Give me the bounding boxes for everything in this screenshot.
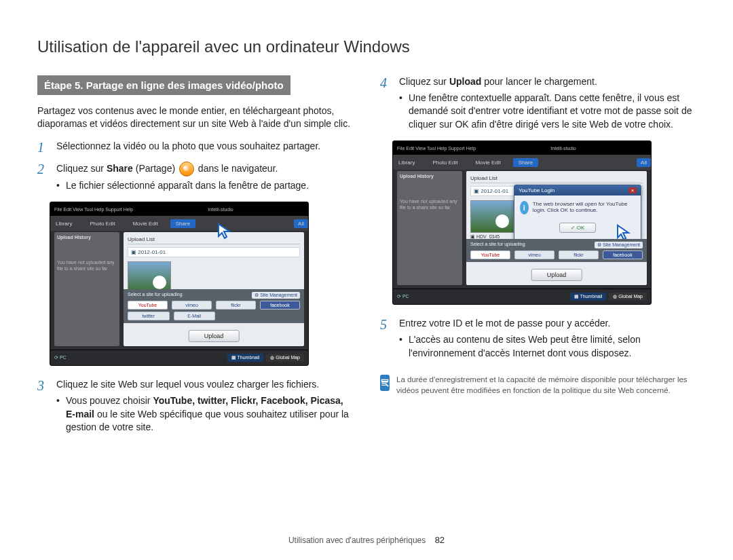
upload-button-2[interactable]: Upload [531,269,582,281]
site-vimeo[interactable]: vimeo [172,301,212,310]
left-column: Étape 5. Partage en ligne des images vid… [37,75,353,444]
info-icon: i [520,201,529,214]
share-word: Share [107,162,133,173]
intro-text: Partagez vos contenus avec le monde enti… [37,105,353,130]
view-thumbnail[interactable]: ▦ Thumbnail [227,354,264,362]
note-icon [380,375,390,391]
scr-bottom-bar: ⟳ PC ▦ Thumbnail ◍ Global Map [50,350,308,365]
scr2-menubar: File Edit View Tool Help Support HelpInt… [393,141,651,155]
step-2-sub: Le fichier sélectionné apparaît dans la … [56,179,309,193]
right-column: 4 Cliquez sur Upload pour lancer le char… [380,75,696,444]
scr2-left-panel: Upload History You have not uploaded any… [397,171,462,285]
footer-section: Utilisation avec d'autres périphériques [288,536,426,545]
note-text: La durée d'enregistrement et la capacité… [396,375,696,396]
step-number-1: 1 [37,140,48,155]
upload-history-note: You have not uploaded any file to a shar… [57,260,117,272]
scr-app-title: Intelli-studio [208,207,233,212]
tab-all[interactable]: All [294,219,308,228]
dialog-close-button[interactable]: × [628,187,637,193]
scr2-right-panel: Upload List ▣ 2012-01-01 ▣ HDV_0345 YouT… [466,171,647,285]
step-5-text: Entrez votre ID et le mot de passe pour … [399,318,610,329]
tab-movie-edit[interactable]: Movie Edit [127,219,163,228]
step-3-sub: Vous pouvez choisir YouTube, twitter, Fl… [56,394,353,434]
scr-left-panel: Upload History You have not uploaded any… [54,232,119,346]
step-number-5: 5 [380,317,391,362]
page-title: Utilisation de l'appareil avec un ordina… [37,37,696,56]
sites-panel-2: Select a site for uploading⚙ Site Manage… [466,239,647,262]
scr-right-panel: Upload List ▣ 2012-01-01 ▣ HDV_0345 Sele… [124,232,304,346]
login-dialog: YouTube Login× i The web browser will op… [514,185,641,240]
upload-button[interactable]: Upload [189,330,240,342]
upload-word: Upload [449,76,481,87]
site-email[interactable]: E-Mail [174,312,216,320]
step-5-sub: L'accès au contenu de sites Web peut êtr… [399,333,696,360]
upload-list-label: Upload List [128,236,155,242]
site-management-button[interactable]: ⚙ Site Management [252,292,300,299]
tab-photo-edit[interactable]: Photo Edit [84,219,120,228]
page-footer: Utilisation avec d'autres périphériques … [0,535,733,545]
site-twitter[interactable]: twitter [128,312,170,320]
scr-menubar: File Edit View Tool Help Support HelpInt… [50,202,308,216]
note-box: La durée d'enregistrement et la capacité… [380,375,696,396]
step-number-2: 2 [37,162,48,195]
step-banner: Étape 5. Partage en ligne des images vid… [37,75,290,95]
scr2-bottom-bar: ⟳ PC ▦ Thumbnail ◍ Global Map [393,288,651,304]
pc-label: ⟳ PC [54,355,67,360]
site-youtube[interactable]: YouTube [128,301,168,310]
dialog-message: The web browser will open for YouTube lo… [533,201,635,214]
video-thumbnail-2[interactable] [470,200,514,233]
step-2-pre: Cliquez sur [56,162,107,173]
tab-share[interactable]: Share [170,219,195,228]
step-4-sub: Une fenêtre contextuelle apparaît. Dans … [399,92,696,132]
step-4-post: pour lancer le chargement. [481,76,597,87]
screenshot-share-window: File Edit View Tool Help Support HelpInt… [50,202,309,366]
date-value: 2012-01-01 [138,249,166,255]
ok-button[interactable]: ✓ OK [559,223,597,233]
site-management-button-2[interactable]: ⚙ Site Management [595,242,643,248]
sites-header: Select a site for uploading [128,292,183,299]
scr2-tabs: Library Photo Edit Movie Edit Share All [393,155,651,170]
sites-panel: Select a site for uploading⚙ Site Manage… [124,289,304,323]
step-number-3: 3 [37,378,48,436]
step-3-text: Cliquez le site Web sur lequel vous voul… [56,379,319,390]
upload-history-label: Upload History [57,235,117,240]
dialog-title-text: YouTube Login [519,187,555,193]
site-facebook[interactable]: facebook [260,301,300,310]
step-number-4: 4 [380,75,391,134]
share-icon [179,162,194,176]
step-2-partage: (Partage) [133,162,178,173]
view-global-map[interactable]: ◍ Global Map [266,354,304,362]
scr-tabs: Library Photo Edit Movie Edit Share All [50,216,308,231]
step-1-text: Sélectionnez la vidéo ou la photo que vo… [56,140,320,155]
step-2-post: dans le navigateur. [195,162,278,173]
date-bar: ▣ 2012-01-01 [128,247,300,257]
site-flickr[interactable]: flickr [216,301,256,310]
tab-library[interactable]: Library [50,219,77,228]
scr-menu-text: File Edit View Tool Help Support Help [54,207,133,212]
page-number: 82 [435,535,445,545]
screenshot-login-dialog: File Edit View Tool Help Support HelpInt… [392,141,652,305]
step-4-pre: Cliquez sur [399,76,449,87]
